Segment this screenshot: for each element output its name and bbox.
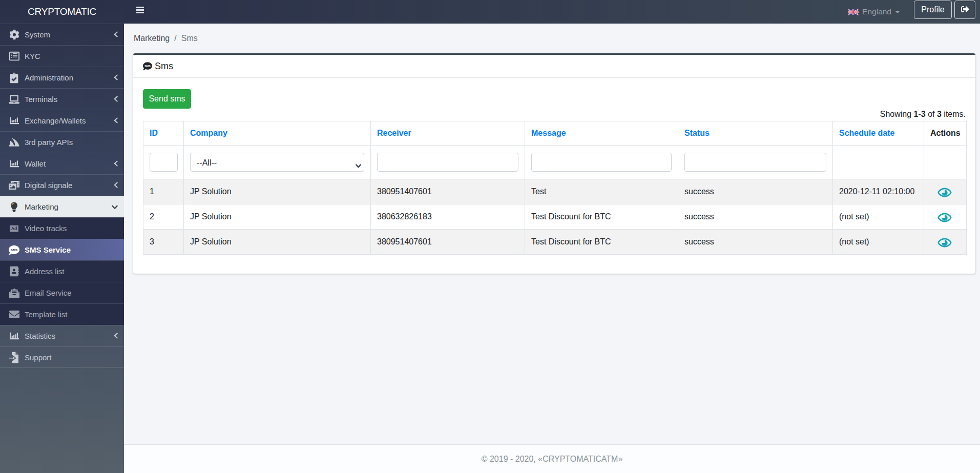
svg-text:SMS: SMS — [144, 65, 151, 68]
svg-text:SMS: SMS — [11, 248, 17, 251]
svg-text:Ad: Ad — [11, 225, 17, 231]
